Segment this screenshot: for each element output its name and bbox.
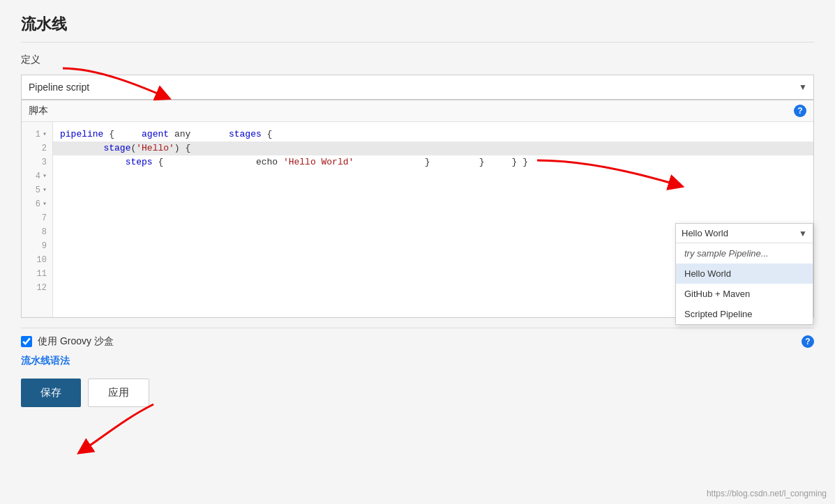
- code-line-1: pipeline {: [60, 129, 114, 139]
- script-help-icon[interactable]: ?: [794, 105, 806, 117]
- dropdown-items-list: try sample Pipeline... Hello World GitHu…: [676, 243, 813, 324]
- groovy-help-icon[interactable]: ?: [802, 335, 814, 348]
- line-num-12: 12: [22, 281, 52, 295]
- code-line-8: }: [359, 157, 430, 167]
- line-num-7: 7: [22, 211, 52, 225]
- code-line-11: }: [522, 157, 528, 167]
- groovy-section: 使用 Groovy 沙盒 ?: [21, 328, 814, 355]
- apply-button[interactable]: 应用: [88, 379, 149, 407]
- code-line-12: [534, 157, 539, 167]
- dropdown-item-try-sample[interactable]: try sample Pipeline...: [676, 243, 813, 264]
- dropdown-item-scripted-pipeline[interactable]: Scripted Pipeline: [676, 304, 813, 324]
- pipeline-type-select-row: Pipeline script Pipeline script from SCM…: [21, 75, 814, 100]
- dropdown-chevron-icon: ▼: [793, 224, 813, 243]
- code-line-9: }: [435, 157, 484, 167]
- pipeline-type-select[interactable]: Pipeline script Pipeline script from SCM: [21, 75, 814, 100]
- groovy-sandbox-checkbox[interactable]: [21, 336, 32, 347]
- groovy-help-area: ?: [802, 335, 814, 348]
- line-num-1: 1▾: [22, 128, 52, 142]
- button-row: 保存 应用: [21, 379, 814, 407]
- sample-dropdown-popup: Hello World ▼ try sample Pipeline... Hel…: [675, 223, 813, 325]
- dropdown-selected-row[interactable]: Hello World ▼: [676, 224, 813, 243]
- line-num-6: 6▾: [22, 197, 52, 211]
- definition-label: 定义: [21, 54, 814, 66]
- line-num-5: 5▾: [22, 183, 52, 197]
- code-line-2: agent any: [120, 129, 190, 139]
- dropdown-selected-value: Hello World: [676, 224, 793, 243]
- code-line-7: echo 'Hello World': [169, 157, 354, 167]
- dropdown-item-github-maven[interactable]: GitHub + Maven: [676, 284, 813, 304]
- script-section: 脚本 ? 1▾ 2 3 4▾ 5▾ 6▾ 7 8 9 10 11 12 p: [21, 100, 814, 318]
- page-container: 流水线 定义 Pipeline script Pipeline script f…: [0, 0, 835, 504]
- line-num-10: 10: [22, 253, 52, 267]
- line-num-2: 2: [22, 142, 52, 155]
- save-button[interactable]: 保存: [21, 379, 81, 407]
- page-title: 流水线: [21, 14, 814, 43]
- groovy-sandbox-label: 使用 Groovy 沙盒: [38, 335, 114, 348]
- line-num-9: 9: [22, 239, 52, 253]
- watermark: https://blog.csdn.net/l_congming: [707, 489, 827, 498]
- select-wrapper: Pipeline script Pipeline script from SCM…: [21, 75, 814, 100]
- code-line-5: stage('Hello') {: [53, 142, 813, 155]
- script-header-label: 脚本: [29, 105, 48, 117]
- code-line-3: [196, 129, 202, 139]
- line-num-4: 4▾: [22, 169, 52, 183]
- dropdown-item-hello-world[interactable]: Hello World: [676, 264, 813, 284]
- line-num-3: 3: [22, 155, 52, 169]
- script-header: 脚本 ?: [22, 100, 813, 122]
- line-num-8: 8: [22, 225, 52, 239]
- code-line-4: stages {: [207, 129, 273, 139]
- line-numbers: 1▾ 2 3 4▾ 5▾ 6▾ 7 8 9 10 11 12: [22, 122, 53, 317]
- code-line-6: steps {: [60, 157, 163, 167]
- line-num-11: 11: [22, 267, 52, 281]
- code-line-10: }: [490, 157, 517, 167]
- pipeline-syntax-link[interactable]: 流水线语法: [21, 355, 814, 367]
